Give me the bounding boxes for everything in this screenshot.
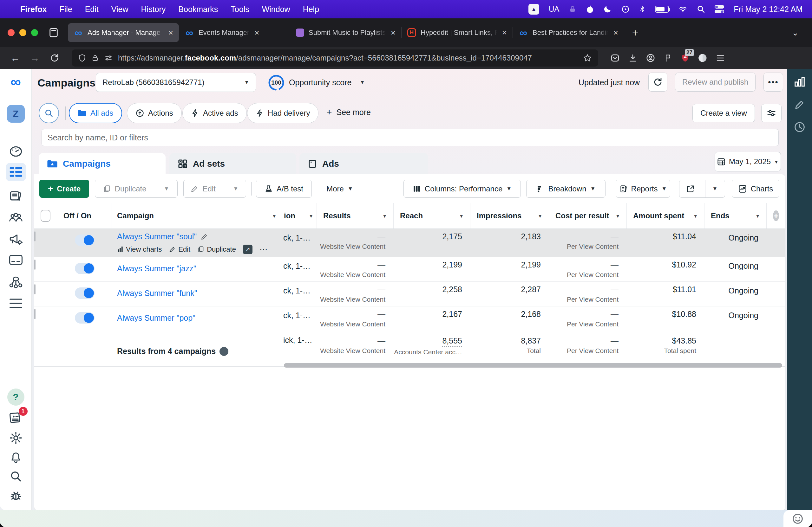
performance-charts-icon[interactable] [794, 76, 806, 88]
forward-button[interactable]: → [27, 50, 43, 66]
date-picker[interactable]: May 1, 2025 ▼ [715, 152, 781, 171]
shield-icon[interactable] [78, 54, 86, 62]
campaign-link[interactable]: Always Summer "jazz" [117, 264, 196, 273]
campaign-link[interactable]: Always Summer "soul" [117, 232, 197, 241]
add-column-button[interactable]: + [767, 203, 785, 228]
filter-actions[interactable]: Actions [127, 103, 182, 123]
row-checkbox[interactable] [34, 309, 35, 319]
search-bar[interactable] [42, 129, 779, 146]
columns-button[interactable]: Columns: Performance▼ [404, 180, 521, 198]
menu-firefox[interactable]: Firefox [20, 5, 47, 14]
lock-icon[interactable] [91, 54, 99, 62]
overview-gauge-icon[interactable] [9, 145, 23, 159]
row-more-icon[interactable]: ⋯ [259, 244, 268, 254]
list-tabs-icon[interactable]: ⌄ [792, 28, 799, 38]
menu-history[interactable]: History [141, 5, 166, 14]
edit-action[interactable]: Edit [169, 245, 190, 254]
now-playing-icon[interactable] [621, 5, 629, 13]
menu-edit[interactable]: Edit [85, 5, 99, 14]
focus-moon-icon[interactable] [604, 5, 612, 13]
charts-button[interactable]: Charts [732, 180, 779, 198]
filter-active-ads[interactable]: Active ads [183, 103, 247, 123]
edit-dropdown[interactable]: ▼ [226, 180, 246, 197]
info-icon[interactable] [219, 347, 228, 356]
menu-help[interactable]: Help [303, 5, 319, 14]
review-publish-button[interactable]: Review and publish [675, 73, 756, 92]
time-tracker-icon[interactable] [586, 5, 594, 14]
wifi-icon[interactable] [679, 5, 687, 13]
table-row[interactable]: Always Summer "jazz" ck, 1-… —Website Vi… [34, 257, 785, 282]
select-all-checkbox[interactable] [41, 210, 50, 222]
close-tab-icon[interactable]: × [502, 28, 507, 38]
export-button[interactable]: ▼ [679, 180, 725, 198]
help-icon[interactable]: ? [7, 389, 25, 406]
more-button[interactable]: More▼ [321, 180, 359, 198]
menubar-clock[interactable]: Fri May 2 12:42 AM [734, 5, 802, 14]
bug-report-icon[interactable] [9, 489, 23, 502]
search-filter-button[interactable] [39, 103, 59, 123]
menu-view[interactable]: View [111, 5, 129, 14]
settings-icon[interactable] [9, 431, 23, 445]
more-options-button[interactable]: ••• [764, 73, 783, 92]
duplicate-dropdown[interactable]: ▼ [157, 180, 176, 197]
address-bar[interactable]: https://adsmanager.facebook.com/adsmanag… [72, 49, 598, 66]
table-row[interactable]: Always Summer "soul" View charts Edit Du… [34, 229, 785, 257]
meta-logo-icon[interactable]: ∞ [11, 75, 21, 89]
back-button[interactable]: ← [7, 50, 24, 66]
tab-ads[interactable]: Ads [300, 153, 428, 175]
input-source-indicator[interactable]: UA [549, 5, 559, 14]
row-checkbox[interactable] [34, 231, 35, 241]
close-tab-icon[interactable]: × [613, 28, 618, 38]
campaign-toggle[interactable] [75, 263, 95, 274]
edit-rail-icon[interactable] [794, 99, 805, 110]
history-clock-icon[interactable] [794, 121, 806, 133]
audiences-icon[interactable] [9, 210, 23, 224]
profile-avatar-icon[interactable] [698, 53, 707, 63]
col-cost-per-result[interactable]: Cost per result▼ [549, 203, 627, 228]
filter-all-ads[interactable]: All ads [69, 103, 122, 123]
close-tab-icon[interactable]: × [391, 28, 395, 38]
app-menu-icon[interactable] [715, 53, 725, 63]
create-button[interactable]: +Create [39, 180, 89, 198]
reload-button[interactable] [46, 50, 63, 66]
new-tab-button[interactable]: + [632, 27, 638, 39]
spotlight-search-icon[interactable] [697, 5, 705, 13]
campaigns-nav-icon[interactable] [6, 163, 26, 181]
campaign-link[interactable]: Always Summer "funk" [117, 289, 197, 298]
permissions-icon[interactable] [104, 54, 113, 62]
horizontal-scrollbar[interactable] [284, 363, 782, 367]
minimize-window-button[interactable] [19, 29, 26, 36]
reports-button[interactable]: Reports▼ [616, 180, 670, 198]
menu-bookmarks[interactable]: Bookmarks [178, 5, 218, 14]
battery-icon[interactable] [655, 6, 669, 13]
col-off-on[interactable]: Off / On [57, 203, 112, 228]
account-avatar[interactable]: Z [7, 105, 25, 123]
ads-megaphone-icon[interactable] [9, 232, 23, 246]
view-settings-button[interactable] [761, 104, 782, 122]
status-app-icon[interactable]: ▲ [528, 4, 539, 15]
account-dropdown[interactable]: RetroLab (566038165942771)▼ [96, 73, 256, 92]
opportunity-score-label[interactable]: Opportunity score [289, 78, 351, 87]
col-campaign[interactable]: Campaign▼ [112, 203, 283, 228]
campaign-toggle[interactable] [75, 287, 95, 299]
billing-icon[interactable] [9, 254, 23, 266]
filter-had-delivery[interactable]: Had delivery [247, 103, 318, 123]
menu-file[interactable]: File [59, 5, 72, 14]
row-checkbox[interactable] [34, 259, 35, 270]
tab-campaigns[interactable]: Campaigns [39, 153, 165, 175]
table-row[interactable]: Always Summer "funk" ck, 1-… —Website Vi… [34, 282, 785, 306]
tab-best-practices[interactable]: ∞ Best Practices for Landing Page × [513, 23, 624, 42]
bluetooth-icon[interactable] [639, 5, 646, 14]
col-reach[interactable]: Reach▼ [394, 203, 470, 228]
menu-tools[interactable]: Tools [231, 5, 249, 14]
assets-icon[interactable] [9, 275, 23, 289]
see-more-filters[interactable]: + See more [327, 107, 371, 118]
search-nav-icon[interactable] [9, 470, 23, 483]
pages-icon[interactable] [9, 189, 23, 203]
edit-button[interactable]: Edit ▼ [183, 180, 246, 198]
tab-events-manager[interactable]: ∞ Events Manager × [179, 23, 290, 42]
col-ends[interactable]: Ends▼ [705, 203, 767, 228]
campaign-link[interactable]: Always Summer "pop" [117, 313, 195, 322]
menu-window[interactable]: Window [262, 5, 290, 14]
tab-hypeddit[interactable]: H Hypeddit | Smart Links, Pre-Sav × [402, 23, 512, 42]
